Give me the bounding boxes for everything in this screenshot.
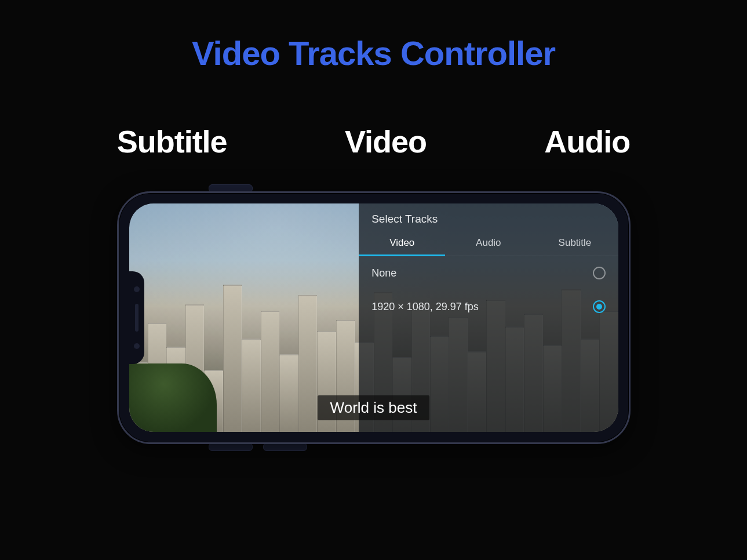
- heading-video: Video: [345, 123, 427, 159]
- phone-screen: Select Tracks Video Audio Subtitle None …: [129, 203, 618, 432]
- page-title: Video Tracks Controller: [0, 0, 747, 72]
- track-option-1080p[interactable]: 1920 × 1080, 29.97 fps: [371, 290, 605, 323]
- phone-mockup: Select Tracks Video Audio Subtitle None …: [117, 191, 631, 444]
- foreground-greenery: [129, 363, 217, 432]
- track-option-label: None: [371, 267, 396, 279]
- heading-subtitle: Subtitle: [117, 123, 227, 159]
- phone-frame: Select Tracks Video Audio Subtitle None …: [117, 191, 631, 444]
- camera-icon: [134, 286, 140, 292]
- phone-side-button: [209, 443, 253, 451]
- track-option-label: 1920 × 1080, 29.97 fps: [371, 301, 479, 313]
- subtitle-overlay: World is best: [318, 395, 430, 420]
- speaker-icon: [135, 304, 139, 332]
- tab-video[interactable]: Video: [359, 231, 445, 256]
- phone-notch: [129, 271, 144, 364]
- tracks-tab-bar: Video Audio Subtitle: [359, 231, 618, 256]
- tab-audio[interactable]: Audio: [445, 231, 531, 256]
- radio-checked-icon[interactable]: [593, 300, 606, 313]
- phone-side-button: [263, 443, 307, 451]
- panel-title: Select Tracks: [371, 213, 605, 226]
- sensor-icon: [134, 343, 140, 349]
- heading-audio: Audio: [544, 123, 630, 159]
- headings-row: Subtitle Video Audio: [0, 123, 747, 159]
- tab-subtitle[interactable]: Subtitle: [531, 231, 618, 256]
- track-option-none[interactable]: None: [371, 256, 605, 290]
- radio-unchecked-icon[interactable]: [593, 267, 606, 279]
